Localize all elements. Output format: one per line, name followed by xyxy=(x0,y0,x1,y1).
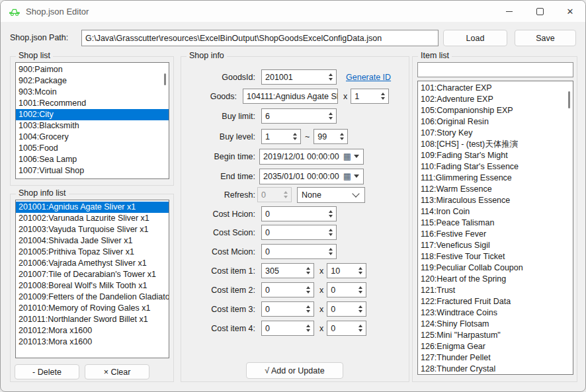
load-button[interactable]: Load xyxy=(443,30,507,46)
calendar-icon[interactable]: ▦ xyxy=(343,172,351,180)
list-item[interactable]: 114:Iron Coin xyxy=(418,206,573,217)
spin-down-icon[interactable] xyxy=(306,310,310,313)
spin-down-icon[interactable] xyxy=(358,329,362,332)
spin-up-icon[interactable] xyxy=(306,267,310,270)
list-item[interactable]: 201001:Agnidus Agate Sliver x1 xyxy=(16,202,169,213)
goodsid-spinner[interactable]: 201001 xyxy=(261,69,337,85)
list-item[interactable]: 1002:City xyxy=(16,109,169,120)
list-item[interactable]: 116:Festive Fever xyxy=(418,229,573,240)
delete-button[interactable]: - Delete xyxy=(15,364,79,379)
cost-item-3-id-spinner[interactable]: 0 xyxy=(261,301,314,317)
spin-down-icon[interactable] xyxy=(358,291,362,294)
list-item[interactable]: 201006:Vajrada Amethyst Sliver x1 xyxy=(16,258,169,269)
list-item[interactable]: 110:Fading Star's Essence xyxy=(418,161,573,173)
scrollbar-thumb[interactable] xyxy=(568,91,570,108)
end-time-picker[interactable]: 2035/01/01 00:00:00 ▦ xyxy=(259,169,364,184)
dropdown-arrow-icon[interactable] xyxy=(354,155,359,158)
list-item[interactable]: 127:Thunder Pellet xyxy=(418,352,573,364)
path-input[interactable] xyxy=(81,30,439,46)
spin-down-icon[interactable] xyxy=(340,137,344,140)
spin-up-icon[interactable] xyxy=(306,286,310,289)
cost-item-1-id-spinner[interactable]: 305 xyxy=(261,263,314,278)
cost-item-1-count-spinner[interactable]: 10 xyxy=(327,263,366,278)
spin-down-icon[interactable] xyxy=(306,291,310,294)
list-item[interactable]: 201003:Vayuda Turquoise Sliver x1 xyxy=(16,224,169,235)
dropdown-arrow-icon[interactable] xyxy=(354,175,359,178)
list-item[interactable]: 106:Original Resin xyxy=(418,116,573,128)
spin-up-icon[interactable] xyxy=(358,267,362,270)
goods-count-spinner[interactable]: 1 xyxy=(351,89,389,104)
list-item[interactable]: 118:Festive Tour Ticket xyxy=(418,251,573,262)
cost-item-2-id-spinner[interactable]: 0 xyxy=(261,282,314,297)
refresh-mode-dropdown[interactable]: None xyxy=(297,187,365,203)
list-item[interactable]: 125:Mini "Harpastum" xyxy=(418,330,573,341)
list-item[interactable]: 1006:Sea Lamp xyxy=(16,154,169,165)
spin-down-icon[interactable] xyxy=(329,233,333,236)
save-button[interactable]: Save xyxy=(515,30,576,46)
list-item[interactable]: 113:Miraculous Essence xyxy=(418,195,573,206)
list-item[interactable]: 124:Shiny Flotsam xyxy=(418,319,573,330)
list-item[interactable]: 119:Peculiar Collab Coupon xyxy=(418,262,573,274)
list-item[interactable]: 115:Peace Talisman xyxy=(418,217,573,229)
cost-item-3-count-spinner[interactable]: 0 xyxy=(327,301,366,317)
list-item[interactable]: 201004:Shivada Jade Sliver x1 xyxy=(16,235,169,247)
list-item[interactable]: 122:Fractured Fruit Data xyxy=(418,296,573,307)
generate-id-link[interactable]: Generate ID xyxy=(346,73,391,82)
list-item[interactable]: 201005:Prithiva Topaz Sliver x1 xyxy=(16,247,169,258)
list-item[interactable]: 201010:Memory of Roving Gales x1 xyxy=(16,303,169,314)
list-item[interactable]: 109:Fading Star's Might xyxy=(418,150,573,161)
list-item[interactable]: 101:Character EXP xyxy=(418,83,573,94)
buy-level-min-spinner[interactable]: 1 xyxy=(261,129,301,144)
list-item[interactable]: 121:Trust xyxy=(418,285,573,296)
spin-down-icon[interactable] xyxy=(329,215,333,217)
list-item[interactable]: 107:Story Key xyxy=(418,128,573,139)
cost-item-4-id-spinner[interactable]: 0 xyxy=(261,321,314,336)
list-item[interactable]: 201002:Varunada Lazurite Sliver x1 xyxy=(16,213,169,224)
list-item[interactable]: 1004:Grocery xyxy=(16,132,169,143)
item-search-input[interactable] xyxy=(417,62,573,77)
buy-level-max-spinner[interactable]: 99 xyxy=(314,129,348,144)
list-item[interactable]: 111:Glimmering Essence xyxy=(418,173,573,184)
item-list-box[interactable]: 101:Character EXP102:Adventure EXP105:Co… xyxy=(417,81,573,375)
spin-down-icon[interactable] xyxy=(381,97,385,100)
list-item[interactable]: 102:Adventure EXP xyxy=(418,94,573,105)
list-item[interactable]: 1003:Blacksmith xyxy=(16,120,169,132)
spin-up-icon[interactable] xyxy=(293,133,297,136)
spin-down-icon[interactable] xyxy=(329,78,333,81)
close-button[interactable]: ✕ xyxy=(555,1,585,22)
list-item[interactable]: 126:Enigma Gear xyxy=(418,341,573,352)
list-item[interactable]: 902:Package xyxy=(16,75,169,87)
list-item[interactable]: 1001:Recommend xyxy=(16,98,169,109)
spin-up-icon[interactable] xyxy=(306,325,310,327)
list-item[interactable]: 201007:Tile of Decarabian's Tower x1 xyxy=(16,269,169,280)
begin-time-picker[interactable]: 2019/12/01 00:00:00 ▦ xyxy=(259,149,364,165)
maximize-button[interactable] xyxy=(524,1,555,22)
spin-down-icon[interactable] xyxy=(306,329,310,332)
spin-down-icon[interactable] xyxy=(329,117,333,120)
spin-up-icon[interactable] xyxy=(329,73,333,76)
spin-up-icon[interactable] xyxy=(329,229,333,231)
list-item[interactable]: 123:Windtrace Coins xyxy=(418,307,573,319)
spin-up-icon[interactable] xyxy=(358,325,362,327)
shop-list-box[interactable]: 900:Paimon902:Package903:Mcoin1001:Recom… xyxy=(15,62,169,179)
add-or-update-button[interactable]: √ Add or Update xyxy=(246,362,343,379)
list-item[interactable]: 201008:Boreal Wolf's Milk Tooth x1 xyxy=(16,280,169,292)
list-item[interactable]: 112:Warm Essence xyxy=(418,184,573,195)
spin-up-icon[interactable] xyxy=(340,133,344,136)
list-item[interactable]: 108:[CHS] - (test)天体推演 xyxy=(418,139,573,150)
spin-down-icon[interactable] xyxy=(306,272,310,274)
list-item[interactable]: 120:Heart of the Spring xyxy=(418,274,573,285)
list-item[interactable]: 201013:Mora x1600 xyxy=(16,336,169,348)
spin-up-icon[interactable] xyxy=(329,248,333,251)
list-item[interactable]: 201011:Northlander Sword Billet x1 xyxy=(16,314,169,325)
spin-up-icon[interactable] xyxy=(358,286,362,289)
minimize-button[interactable] xyxy=(494,1,524,22)
list-item[interactable]: 201012:Mora x1600 xyxy=(16,325,169,336)
spin-up-icon[interactable] xyxy=(329,210,333,213)
cost-mcion-spinner[interactable]: 0 xyxy=(261,244,337,259)
buy-limit-spinner[interactable]: 6 xyxy=(261,108,337,124)
list-item[interactable]: 201009:Fetters of the Dandelion Gladiato xyxy=(16,292,169,303)
calendar-icon[interactable]: ▦ xyxy=(343,152,351,161)
spin-up-icon[interactable] xyxy=(306,305,310,308)
spin-down-icon[interactable] xyxy=(329,253,333,255)
